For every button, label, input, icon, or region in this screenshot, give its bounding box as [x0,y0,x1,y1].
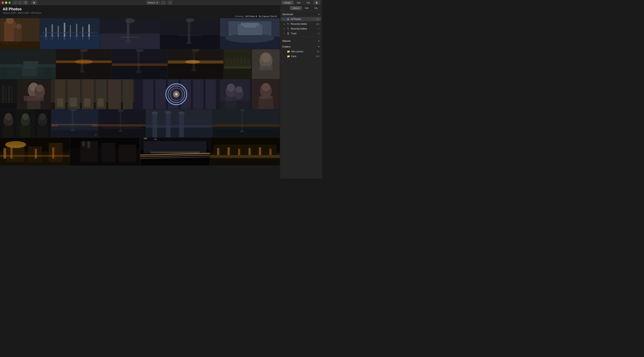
sidebar-folder-misc-photos[interactable]: 📁 Misc photos 45 [281,49,321,54]
recently-added-icon: ↻ [286,22,290,25]
svg-rect-17 [42,32,98,34]
photo-row-1 [0,18,280,49]
edit-nav-button[interactable]: Edit [294,1,303,4]
sidebar-folder-paris[interactable]: 📁 Paris 104 [281,54,321,58]
forward-button[interactable]: › [18,1,22,4]
photo-cell[interactable] [17,110,34,137]
sort-button[interactable]: By Capture Time ▼ [259,15,277,18]
svg-rect-43 [10,66,16,78]
svg-rect-84 [2,85,4,103]
medium-size-button[interactable]: Medium ▼ [146,1,160,4]
toolbar-center: Medium ▼ − + [38,1,282,4]
svg-point-130 [262,83,270,91]
photo-cell[interactable] [40,18,100,49]
svg-point-119 [175,93,178,96]
svg-point-54 [75,60,93,64]
svg-rect-72 [229,59,232,67]
svg-rect-21 [127,21,130,43]
sidebar-item-trash[interactable]: ► 🗑 Trash 0 [281,31,321,36]
library-nav-button[interactable]: Library [282,1,294,4]
svg-rect-87 [11,86,12,103]
albums-add-button[interactable]: + [318,40,320,42]
info-tab[interactable]: Info [312,6,320,10]
photo-cell[interactable] [140,138,210,166]
svg-rect-76 [244,58,246,67]
svg-rect-168 [178,112,184,114]
recently-edited-icon: ✎ [286,27,290,30]
photo-cell[interactable] [220,18,280,49]
albums-section-header: Albums + [280,38,322,43]
svg-rect-107 [98,98,104,106]
folder-icon: 📁 [287,50,290,53]
svg-rect-184 [4,148,6,158]
photo-subtitle: January 2009 – March 2018 149 Photos [3,12,277,14]
svg-rect-197 [144,141,206,154]
shortcuts-add-button[interactable]: + [318,13,320,16]
photo-cell[interactable] [98,110,145,137]
photo-cell[interactable] [135,80,218,109]
photo-cell[interactable] [0,18,40,49]
photo-cell[interactable] [70,138,140,166]
close-button[interactable] [2,2,4,4]
photo-cell[interactable] [0,80,17,109]
photo-cell[interactable] [213,110,280,137]
svg-rect-2 [6,18,14,24]
photo-cell[interactable] [252,49,280,79]
sidebar-item-all-photos[interactable]: ► ▣ All Photos 149 [281,17,321,21]
svg-rect-73 [233,58,235,67]
photo-cell[interactable] [160,18,220,49]
photo-cell[interactable] [112,49,168,79]
svg-rect-175 [213,124,280,127]
photo-cell[interactable] [51,80,134,109]
svg-point-144 [39,113,46,120]
photo-cell[interactable] [0,110,17,137]
grid-scroll[interactable]: ♡ [0,18,280,178]
sidebar-folder-label: Misc photos [291,50,316,53]
photo-cell[interactable] [0,138,70,166]
svg-rect-104 [57,98,63,106]
list-view-button[interactable]: ☰ [23,1,28,4]
svg-rect-160 [102,126,142,129]
svg-rect-112 [180,80,191,109]
svg-rect-213 [270,149,272,155]
photo-cell[interactable]: ♡ [52,110,98,137]
sidebar-item-label: Trash [291,32,317,35]
photo-cell[interactable] [17,80,50,109]
back-button[interactable]: ‹ [13,1,17,4]
photo-cell[interactable] [252,80,280,109]
view-toggle-button[interactable]: ▦ [32,1,37,4]
minimize-button[interactable] [5,2,7,4]
svg-rect-207 [214,144,276,155]
photo-cell[interactable] [168,49,224,79]
photo-cell[interactable] [210,138,280,166]
all-photos-filter-button[interactable]: All Photos ▼ [246,15,257,18]
svg-rect-102 [108,80,121,109]
date-range: January 2009 – March 2018 [3,12,29,14]
folders-add-button[interactable]: + [318,45,320,48]
folders-section-header: Folders + [280,43,322,49]
maximize-button[interactable] [8,2,11,4]
sidebar-item-label: Recently Edited [291,28,317,30]
folder-icon: 📁 [287,55,290,58]
lock-button[interactable]: 🔒 [314,1,320,4]
info-nav-button[interactable]: Info [304,1,313,4]
library-tab[interactable]: Library [290,6,302,10]
titlebar: ‹ › ☰ ▦ Medium ▼ − + Library Edit Info 🔒 [0,0,322,5]
photo-cell[interactable] [34,110,51,137]
photo-cell[interactable] [218,80,252,109]
showing-label: Showing: [235,15,244,18]
photo-cell-selected[interactable] [224,49,252,79]
photo-cell[interactable] [0,49,56,79]
zoom-out-button[interactable]: − [161,1,166,4]
photo-area: All Photos January 2009 – March 2018 149… [0,5,280,178]
edit-tab[interactable]: Edit [302,6,311,10]
photo-cell[interactable] [100,18,160,49]
sidebar-item-recently-edited[interactable]: ► ✎ Recently Edited 7 [281,26,321,31]
photo-cell[interactable] [56,49,112,79]
photo-cell[interactable] [146,110,213,137]
svg-rect-169 [146,125,213,128]
sidebar-item-recently-added[interactable]: ► ↻ Recently Added 149 [281,22,321,26]
svg-rect-51 [80,71,84,72]
zoom-in-button[interactable]: + [168,1,172,4]
svg-rect-208 [217,148,219,155]
